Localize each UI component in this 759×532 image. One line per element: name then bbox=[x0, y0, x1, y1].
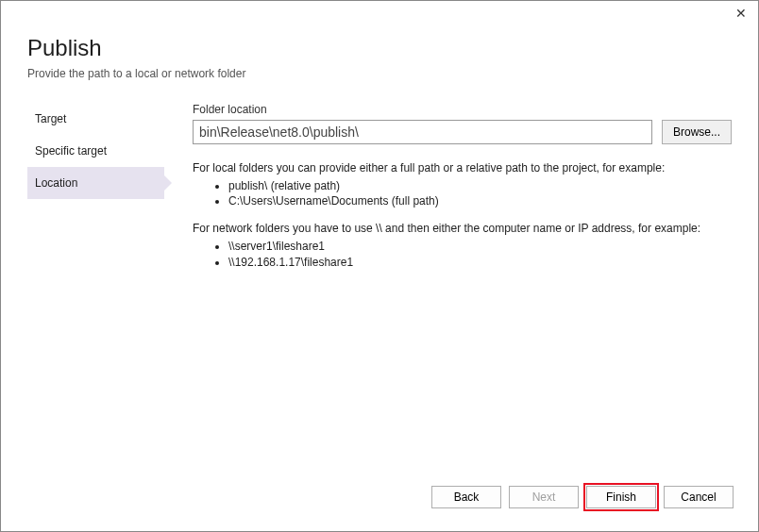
help-network-example: \\server1\fileshare1 bbox=[228, 239, 732, 254]
wizard-sidebar: Target Specific target Location bbox=[27, 103, 164, 199]
finish-button[interactable]: Finish bbox=[586, 486, 656, 508]
cancel-button[interactable]: Cancel bbox=[664, 486, 734, 508]
dialog-header: Publish Provide the path to a local or n… bbox=[1, 1, 758, 88]
browse-button[interactable]: Browse... bbox=[662, 120, 732, 144]
close-icon[interactable]: ✕ bbox=[735, 7, 747, 20]
dialog-button-row: Back Next Finish Cancel bbox=[431, 486, 734, 508]
content-panel: Folder location Browse... For local fold… bbox=[164, 103, 732, 281]
next-button: Next bbox=[509, 486, 579, 508]
page-subtitle: Provide the path to a local or network f… bbox=[27, 67, 732, 80]
help-text: For local folders you can provide either… bbox=[193, 159, 732, 270]
help-local-example: C:\Users\Username\Documents (full path) bbox=[228, 193, 732, 208]
sidebar-item-label: Specific target bbox=[35, 144, 107, 158]
help-local-example: publish\ (relative path) bbox=[228, 178, 732, 193]
folder-location-input[interactable] bbox=[193, 120, 652, 144]
sidebar-item-specific-target[interactable]: Specific target bbox=[27, 135, 164, 167]
help-local-intro: For local folders you can provide either… bbox=[193, 159, 732, 176]
back-button[interactable]: Back bbox=[431, 486, 501, 508]
help-network-example: \\192.168.1.17\fileshare1 bbox=[228, 255, 732, 270]
help-network-intro: For network folders you have to use \\ a… bbox=[193, 220, 732, 237]
page-title: Publish bbox=[27, 35, 732, 61]
sidebar-item-location[interactable]: Location bbox=[27, 167, 164, 199]
sidebar-item-label: Location bbox=[35, 176, 77, 190]
sidebar-item-label: Target bbox=[35, 112, 66, 125]
folder-location-label: Folder location bbox=[193, 103, 732, 116]
sidebar-item-target[interactable]: Target bbox=[27, 103, 164, 135]
